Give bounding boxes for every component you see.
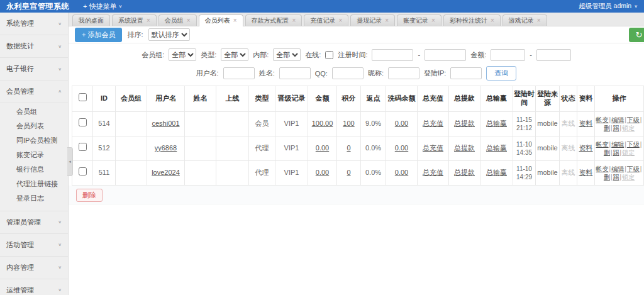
op-lock[interactable]: 锁定 bbox=[622, 125, 635, 131]
sidebar-item-activities[interactable]: 活动管理∨ bbox=[0, 234, 68, 257]
select-all-checkbox[interactable] bbox=[79, 93, 87, 101]
sidebar-item-admins[interactable]: 管理员管理∨ bbox=[0, 211, 68, 234]
search-button[interactable]: 查询 bbox=[486, 66, 516, 81]
qq-input[interactable] bbox=[332, 67, 364, 79]
op-lock[interactable]: 锁定 bbox=[622, 149, 635, 156]
tab-member-group[interactable]: 会员组× bbox=[158, 14, 197, 26]
sidebar-item-statistics[interactable]: 数据统计∨ bbox=[0, 35, 68, 58]
tab-withdraw-records[interactable]: 提现记录× bbox=[350, 14, 395, 26]
amount-to-input[interactable] bbox=[536, 49, 571, 61]
tab-game-records[interactable]: 游戏记录× bbox=[502, 14, 547, 26]
sidebar-item-system[interactable]: 系统管理∨ bbox=[0, 13, 68, 35]
sidebar-subitem-account-changes[interactable]: 账变记录 bbox=[0, 148, 68, 162]
row-checkbox[interactable] bbox=[79, 118, 87, 126]
tab-deposit-config[interactable]: 存款方式配置× bbox=[245, 14, 303, 26]
total-winloss-link[interactable]: 总输赢 bbox=[486, 144, 507, 152]
close-icon[interactable]: × bbox=[491, 18, 494, 24]
tab-my-desktop[interactable]: 我的桌面 bbox=[72, 14, 110, 26]
points-link[interactable]: 0 bbox=[347, 169, 350, 176]
name-input[interactable] bbox=[279, 67, 311, 79]
op-account-change[interactable]: 帐变 bbox=[596, 165, 609, 172]
online-checkbox[interactable] bbox=[325, 51, 333, 59]
tab-member-list[interactable]: 会员列表× bbox=[199, 14, 243, 26]
close-icon[interactable]: × bbox=[431, 18, 435, 24]
add-member-button[interactable]: + 添加会员 bbox=[75, 28, 122, 42]
close-icon[interactable]: × bbox=[187, 18, 191, 24]
op-subordinates[interactable]: 下级 bbox=[627, 165, 640, 172]
refresh-button[interactable]: ↻ bbox=[629, 28, 644, 42]
wash-balance-link[interactable]: 0.00 bbox=[395, 120, 408, 127]
total-withdraw-link[interactable]: 总提款 bbox=[454, 120, 475, 127]
close-icon[interactable]: × bbox=[537, 18, 541, 24]
sidebar-collapse-handle[interactable]: ◄ bbox=[67, 147, 73, 176]
sidebar-subitem-member-group[interactable]: 会员组 bbox=[0, 104, 68, 119]
sort-select[interactable]: 默认排序 bbox=[148, 28, 190, 41]
sidebar-item-members[interactable]: 会员管理∧ bbox=[0, 81, 68, 103]
regtime-from-input[interactable] bbox=[372, 49, 413, 61]
total-recharge-link[interactable]: 总充值 bbox=[423, 169, 443, 176]
op-delete[interactable]: 删 bbox=[604, 174, 610, 181]
close-icon[interactable]: × bbox=[338, 18, 342, 24]
sidebar-item-content[interactable]: 内容管理∨ bbox=[0, 257, 68, 279]
amount-link[interactable]: 100.00 bbox=[312, 120, 333, 127]
op-subordinates[interactable]: 下级 bbox=[627, 141, 640, 148]
op-edit[interactable]: 编辑 bbox=[611, 116, 624, 123]
user-menu[interactable]: 超级管理员 admin ∨ bbox=[579, 2, 638, 11]
total-winloss-link[interactable]: 总输赢 bbox=[486, 120, 507, 127]
total-recharge-link[interactable]: 总充值 bbox=[423, 120, 443, 127]
username-input[interactable] bbox=[223, 67, 255, 79]
points-link[interactable]: 0 bbox=[347, 144, 350, 152]
op-kick[interactable]: 踢 bbox=[613, 149, 619, 156]
points-link[interactable]: 100 bbox=[343, 120, 354, 127]
sidebar-item-operations[interactable]: 运维管理∨ bbox=[0, 279, 68, 295]
tab-recharge-records[interactable]: 充值记录× bbox=[304, 14, 348, 26]
row-checkbox[interactable] bbox=[79, 143, 87, 151]
total-withdraw-link[interactable]: 总提款 bbox=[454, 169, 475, 176]
op-account-change[interactable]: 帐变 bbox=[596, 116, 609, 123]
op-delete[interactable]: 删 bbox=[604, 125, 610, 131]
total-recharge-link[interactable]: 总充值 bbox=[423, 144, 443, 152]
tab-account-change-records[interactable]: 账变记录× bbox=[397, 14, 441, 26]
username-link[interactable]: yy6868 bbox=[155, 144, 177, 152]
quick-menu-button[interactable]: + 快捷菜单 ∨ bbox=[83, 2, 122, 11]
nickname-input[interactable] bbox=[388, 67, 419, 79]
sidebar-subitem-bank-info[interactable]: 银行信息 bbox=[0, 162, 68, 177]
total-winloss-link[interactable]: 总输赢 bbox=[486, 169, 507, 176]
op-delete[interactable]: 删 bbox=[604, 149, 610, 156]
op-edit[interactable]: 编辑 bbox=[611, 165, 624, 172]
delete-button[interactable]: 删除 bbox=[76, 189, 103, 202]
username-link[interactable]: love2024 bbox=[152, 169, 180, 176]
op-lock[interactable]: 锁定 bbox=[622, 174, 635, 181]
tab-lottery-bet-stats[interactable]: 彩种投注统计× bbox=[443, 14, 501, 26]
close-icon[interactable]: × bbox=[292, 18, 296, 24]
op-subordinates[interactable]: 下级 bbox=[627, 116, 640, 123]
row-checkbox[interactable] bbox=[79, 167, 87, 175]
member-group-select[interactable]: 全部 bbox=[169, 48, 196, 61]
sidebar-subitem-agent-reg-link[interactable]: 代理注册链接 bbox=[0, 177, 68, 191]
profile-link[interactable]: 资料 bbox=[579, 169, 593, 176]
close-icon[interactable]: × bbox=[147, 18, 150, 24]
type-select[interactable]: 全部 bbox=[221, 48, 248, 61]
wash-balance-link[interactable]: 0.00 bbox=[395, 169, 408, 176]
sidebar-item-ebank[interactable]: 电子银行∨ bbox=[0, 58, 68, 81]
close-icon[interactable]: × bbox=[385, 18, 389, 24]
amount-from-input[interactable] bbox=[491, 49, 525, 61]
close-icon[interactable]: × bbox=[233, 18, 237, 24]
amount-link[interactable]: 0.00 bbox=[316, 144, 329, 152]
login-ip-input[interactable] bbox=[450, 67, 482, 79]
op-kick[interactable]: 踢 bbox=[613, 125, 619, 131]
username-link[interactable]: ceshi001 bbox=[152, 120, 179, 127]
sidebar-subitem-member-list[interactable]: 会员列表 bbox=[0, 119, 68, 133]
internal-select[interactable]: 全部 bbox=[273, 48, 301, 61]
regtime-to-input[interactable] bbox=[425, 49, 466, 61]
profile-link[interactable]: 资料 bbox=[579, 120, 593, 127]
total-withdraw-link[interactable]: 总提款 bbox=[454, 144, 475, 152]
op-edit[interactable]: 编辑 bbox=[611, 141, 624, 148]
sidebar-subitem-login-log[interactable]: 登录日志 bbox=[0, 191, 68, 206]
sidebar-subitem-same-ip[interactable]: 同IP会员检测 bbox=[0, 133, 68, 148]
profile-link[interactable]: 资料 bbox=[579, 144, 593, 152]
op-kick[interactable]: 踢 bbox=[613, 174, 619, 181]
op-account-change[interactable]: 帐变 bbox=[596, 141, 609, 148]
tab-system-settings[interactable]: 系统设置× bbox=[112, 14, 157, 26]
wash-balance-link[interactable]: 0.00 bbox=[395, 144, 408, 152]
